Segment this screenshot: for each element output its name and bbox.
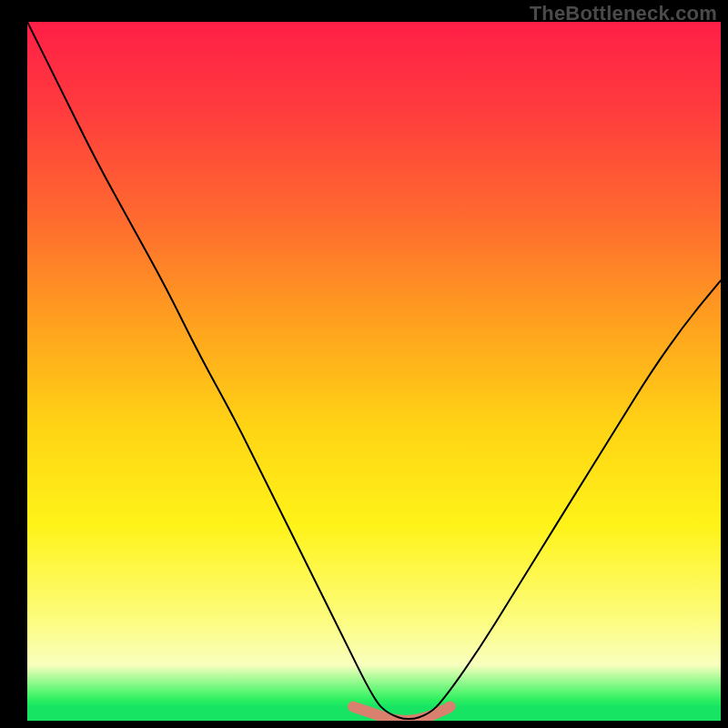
curve-svg <box>27 22 721 721</box>
watermark-text: TheBottleneck.com <box>530 2 717 25</box>
plot-area <box>27 22 721 721</box>
main-curve-path <box>27 22 721 719</box>
chart-frame: TheBottleneck.com <box>0 0 728 728</box>
